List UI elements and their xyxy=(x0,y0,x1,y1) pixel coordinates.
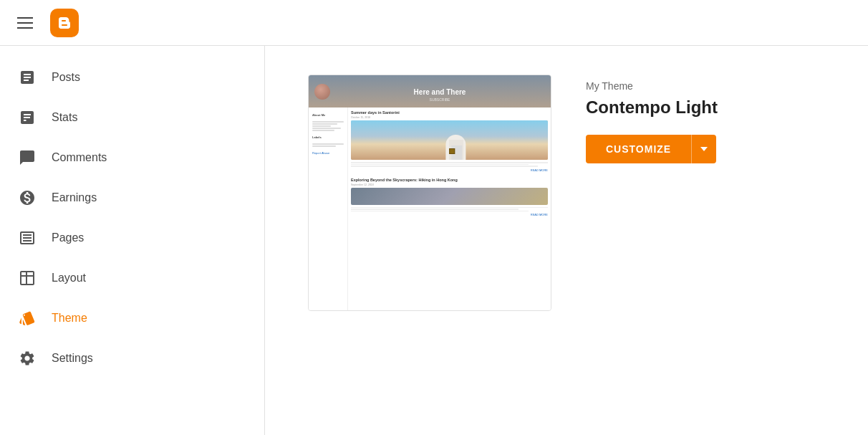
sidebar-item-pages[interactable]: Pages xyxy=(0,218,253,258)
sidebar-item-theme[interactable]: Theme xyxy=(0,298,253,338)
settings-icon xyxy=(17,348,37,368)
blog-preview-posts: Summer days in Santorini October 15, 201… xyxy=(348,107,551,310)
sidebar-item-settings-label: Settings xyxy=(52,352,93,365)
blog-post-1-image xyxy=(351,120,548,160)
theme-icon xyxy=(17,308,37,328)
blog-preview-body: About Me Labels Report Abuse xyxy=(309,107,551,310)
earnings-icon xyxy=(17,188,37,208)
stats-icon xyxy=(17,107,37,128)
sidebar-item-posts-label: Posts xyxy=(52,71,80,84)
sidebar-item-stats-label: Stats xyxy=(52,111,77,124)
blog-avatar xyxy=(314,84,330,100)
content-area: Posts Stats Comments Earnings Pages xyxy=(0,46,868,435)
blog-post-1-readmore: READ MORE xyxy=(351,168,548,172)
blog-header-center: Here and There SUBSCRIBE xyxy=(334,88,545,102)
posts-icon xyxy=(17,67,37,87)
blog-preview-title: Here and There xyxy=(414,88,466,96)
sidebar-item-earnings-label: Earnings xyxy=(52,191,97,204)
sidebar-item-comments[interactable]: Comments xyxy=(0,138,253,178)
blog-post-1-text xyxy=(351,162,548,167)
sidebar-item-layout[interactable]: Layout xyxy=(0,258,253,298)
main-content: Here and There SUBSCRIBE About Me xyxy=(265,46,868,435)
blog-preview-post-1: Summer days in Santorini October 15, 201… xyxy=(351,110,548,172)
sidebar-item-pages-label: Pages xyxy=(52,231,84,244)
pages-icon xyxy=(17,228,37,248)
blog-post-2-date: September 12, 2018 xyxy=(351,183,548,186)
blog-preview: Here and There SUBSCRIBE About Me xyxy=(309,75,551,310)
svg-rect-2 xyxy=(30,115,32,124)
blog-preview-header: Here and There SUBSCRIBE xyxy=(309,75,551,107)
blogger-logo xyxy=(50,9,79,37)
sidebar: Posts Stats Comments Earnings Pages xyxy=(0,46,265,435)
svg-rect-1 xyxy=(26,118,29,124)
sidebar-item-earnings[interactable]: Earnings xyxy=(0,178,253,218)
chevron-down-icon xyxy=(700,147,708,151)
svg-rect-0 xyxy=(22,121,24,124)
customize-dropdown-button[interactable] xyxy=(691,135,716,163)
blog-post-2-title: Exploring Beyond the Skyscrapers: Hiking… xyxy=(351,178,548,182)
blog-post-1-date: October 15, 2018 xyxy=(351,116,548,119)
sidebar-item-settings[interactable]: Settings xyxy=(0,338,253,378)
hamburger-menu-icon[interactable] xyxy=(11,11,39,34)
blog-post-1-title: Summer days in Santorini xyxy=(351,110,548,115)
blog-post-2-image xyxy=(351,188,548,205)
blog-preview-post-2: Exploring Beyond the Skyscrapers: Hiking… xyxy=(351,178,548,217)
blog-preview-subtitle: SUBSCRIBE xyxy=(430,97,450,102)
blog-preview-sidebar: About Me Labels Report Abuse xyxy=(309,107,348,310)
customize-btn-group: CUSTOMIZE xyxy=(586,135,718,163)
layout-icon xyxy=(17,268,37,288)
sidebar-item-comments-label: Comments xyxy=(52,151,107,164)
theme-info-panel: My Theme Contempo Light CUSTOMIZE xyxy=(586,75,718,163)
sidebar-item-stats[interactable]: Stats xyxy=(0,97,253,138)
sidebar-item-posts[interactable]: Posts xyxy=(0,57,253,97)
theme-preview-thumbnail: Here and There SUBSCRIBE About Me xyxy=(308,75,551,311)
sidebar-item-layout-label: Layout xyxy=(52,272,86,285)
customize-button[interactable]: CUSTOMIZE xyxy=(586,135,691,163)
blog-post-2-text xyxy=(351,207,548,212)
theme-name: Contempo Light xyxy=(586,97,718,118)
sidebar-item-theme-label: Theme xyxy=(52,312,87,325)
my-theme-label: My Theme xyxy=(586,80,718,92)
theme-preview-section: Here and There SUBSCRIBE About Me xyxy=(308,75,825,311)
blog-post-2-readmore: READ MORE xyxy=(351,213,548,216)
topbar xyxy=(0,0,868,46)
comments-icon xyxy=(17,148,37,168)
